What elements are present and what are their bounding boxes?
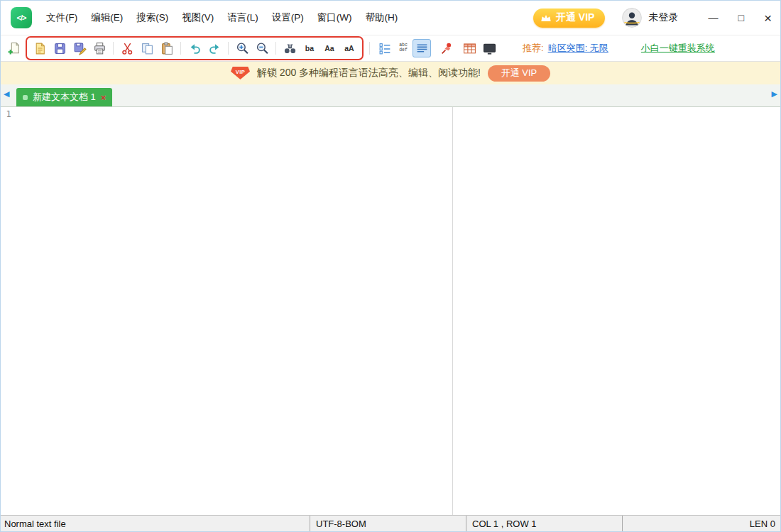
status-file-type: Normal text file xyxy=(1,519,310,529)
vip-button[interactable]: 开通 VIP xyxy=(533,9,605,28)
vip-button-label: 开通 VIP xyxy=(556,11,594,24)
cut-button[interactable] xyxy=(118,39,136,57)
header-right: 开通 VIP 未登录 — □ × xyxy=(533,8,772,28)
dark-mode-button[interactable] xyxy=(480,39,498,57)
cut-icon xyxy=(121,42,134,55)
undo-button[interactable] xyxy=(185,39,204,57)
find-button[interactable] xyxy=(280,39,299,57)
toolbar-separator xyxy=(369,42,370,55)
tab-label: 新建文本文档 1 xyxy=(33,91,96,104)
highlighted-toolbar-group: ba Aa aA xyxy=(26,36,364,60)
grid-view-icon xyxy=(463,42,476,55)
zoom-out-icon xyxy=(256,42,269,55)
menu-view[interactable]: 视图(V) xyxy=(180,9,215,27)
new-file-icon xyxy=(8,42,21,55)
grid-view-button[interactable] xyxy=(460,39,479,57)
word-wrap-icon: abc def xyxy=(399,43,408,53)
open-file-icon xyxy=(33,42,47,55)
tab-status-dot-icon xyxy=(23,95,28,100)
copy-icon xyxy=(141,42,154,55)
menu-window[interactable]: 窗口(W) xyxy=(316,9,354,27)
promo-vip-button[interactable]: 开通 VIP xyxy=(488,65,550,82)
avatar[interactable] xyxy=(622,8,642,28)
zoom-out-button[interactable] xyxy=(253,39,271,57)
zoom-in-button[interactable] xyxy=(233,39,251,57)
vip-badge-icon: VIP xyxy=(231,67,250,79)
tab-scroll-right-icon[interactable]: ▶ xyxy=(772,90,777,98)
print-button[interactable] xyxy=(90,39,109,57)
copy-button[interactable] xyxy=(138,39,156,57)
tab-close-icon[interactable]: × xyxy=(101,93,106,102)
toolbar: ba Aa aA abc def xyxy=(1,35,780,62)
menu-edit[interactable]: 编辑(E) xyxy=(89,9,124,27)
reinstall-system-link[interactable]: 小白一键重装系统 xyxy=(641,42,715,55)
save-as-button[interactable] xyxy=(70,39,89,57)
word-wrap-icon-line2: def xyxy=(399,48,408,53)
replace-icon: ba xyxy=(305,45,314,52)
redo-icon xyxy=(208,42,222,55)
paste-icon xyxy=(160,42,174,55)
line-number: 1 xyxy=(1,109,16,119)
toolbar-links: 推荐: 暗区突围: 无限 小白一键重装系统 xyxy=(523,42,715,55)
status-cursor-position: COL 1 , ROW 1 xyxy=(466,516,622,531)
redo-button[interactable] xyxy=(205,39,224,57)
status-length: LEN 0 xyxy=(622,516,780,531)
toolbar-separator xyxy=(113,42,114,55)
menu-bar: </> 文件(F) 编辑(E) 搜索(S) 视图(V) 语言(L) 设置(P) … xyxy=(1,1,780,35)
maximize-button[interactable]: □ xyxy=(738,13,743,23)
status-encoding: UTF-8-BOM xyxy=(310,516,466,531)
status-bar: Normal text file UTF-8-BOM COL 1 , ROW 1… xyxy=(1,515,780,531)
app-window: </> 文件(F) 编辑(E) 搜索(S) 视图(V) 语言(L) 设置(P) … xyxy=(0,0,781,532)
app-logo-icon: </> xyxy=(11,7,32,28)
vip-badge-label: VIP xyxy=(236,69,246,75)
font-increase-button[interactable]: Aa xyxy=(320,39,339,57)
vip-promo-banner: VIP 解锁 200 多种编程语言语法高亮、编辑、阅读功能! 开通 VIP xyxy=(1,62,780,84)
new-file-button[interactable] xyxy=(5,39,23,57)
open-file-button[interactable] xyxy=(31,39,49,57)
numbered-list-icon xyxy=(378,42,392,55)
show-all-chars-icon xyxy=(415,42,429,55)
editor-split-divider[interactable] xyxy=(452,107,453,515)
save-icon xyxy=(53,42,67,55)
line-number-gutter: 1 xyxy=(1,107,16,515)
toolbar-separator xyxy=(180,42,181,55)
save-as-icon xyxy=(73,42,87,55)
user-icon xyxy=(622,8,642,28)
tab-scroll-left-icon[interactable]: ◀ xyxy=(4,90,9,98)
zoom-in-icon xyxy=(236,42,249,55)
numbered-list-button[interactable] xyxy=(376,39,394,57)
font-decrease-icon: aA xyxy=(344,45,354,52)
tab-new-text-document-1[interactable]: 新建文本文档 1 × xyxy=(16,88,112,106)
show-all-chars-button[interactable] xyxy=(413,39,431,57)
editor-area: 1 xyxy=(1,107,780,515)
print-icon xyxy=(93,42,106,55)
dark-mode-monitor-icon xyxy=(483,42,496,55)
minimize-button[interactable]: — xyxy=(708,13,718,23)
paste-button[interactable] xyxy=(158,39,176,57)
toolbar-separator xyxy=(228,42,229,55)
menu-search[interactable]: 搜索(S) xyxy=(135,9,170,27)
logo-glyph: </> xyxy=(17,13,26,22)
save-button[interactable] xyxy=(50,39,69,57)
menu-items: 文件(F) 编辑(E) 搜索(S) 视图(V) 语言(L) 设置(P) 窗口(W… xyxy=(45,9,399,27)
recommend-label: 推荐: xyxy=(523,42,544,55)
font-decrease-button[interactable]: aA xyxy=(340,39,359,57)
tab-bar: ◀ 新建文本文档 1 × ▶ xyxy=(1,84,780,107)
menu-language[interactable]: 语言(L) xyxy=(226,9,260,27)
menu-settings[interactable]: 设置(P) xyxy=(271,9,305,27)
close-button[interactable]: × xyxy=(764,11,772,25)
text-edit-surface[interactable] xyxy=(16,107,780,515)
find-binoculars-icon xyxy=(283,42,297,55)
word-wrap-button[interactable]: abc def xyxy=(394,39,413,57)
menu-help[interactable]: 帮助(H) xyxy=(364,9,399,27)
crown-icon xyxy=(540,13,552,23)
menu-file[interactable]: 文件(F) xyxy=(45,9,79,27)
pin-icon xyxy=(440,42,454,55)
toolbar-separator xyxy=(275,42,276,55)
undo-icon xyxy=(188,42,202,55)
font-increase-icon: Aa xyxy=(324,45,334,52)
login-status[interactable]: 未登录 xyxy=(648,11,678,24)
dark-zone-link[interactable]: 暗区突围: 无限 xyxy=(548,42,608,55)
replace-button[interactable]: ba xyxy=(300,39,319,57)
pin-button[interactable] xyxy=(437,39,456,57)
